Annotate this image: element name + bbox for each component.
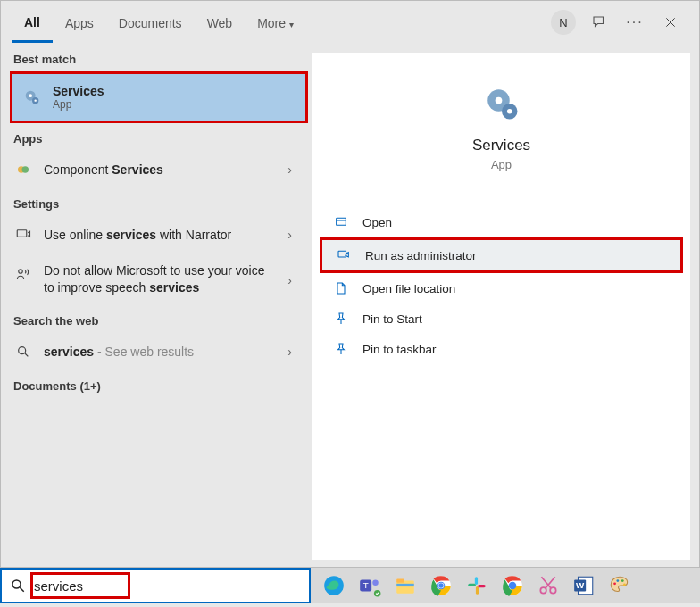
action-label: Pin to taskbar [362, 343, 437, 356]
windows-search-panel: All Apps Documents Web More▾ N ··· Best … [0, 0, 700, 568]
preview-column: Services App Open Run as administrator O… [312, 53, 690, 560]
svg-point-20 [12, 580, 21, 588]
svg-rect-34 [475, 577, 478, 585]
svg-point-45 [613, 582, 616, 585]
tab-more-label: More [257, 16, 286, 30]
taskbar-teams-icon[interactable]: T [355, 571, 384, 600]
tab-web[interactable]: Web [195, 4, 246, 41]
svg-rect-8 [17, 230, 27, 237]
close-icon[interactable] [653, 4, 688, 40]
svg-point-25 [372, 580, 379, 586]
result-component-services[interactable]: Component Services › [1, 151, 312, 188]
more-options-icon[interactable]: ··· [617, 4, 653, 40]
open-icon [332, 215, 350, 229]
svg-point-10 [19, 346, 26, 353]
svg-point-15 [506, 109, 512, 114]
tab-apps[interactable]: Apps [53, 4, 106, 41]
taskbar-slack-icon[interactable] [462, 571, 491, 600]
result-label: Do not allow Microsoft to use your voice… [44, 262, 276, 296]
taskbar: T W [311, 568, 700, 603]
search-scope-tabs: All Apps Documents Web More▾ N ··· [1, 1, 699, 44]
action-run-as-admin[interactable]: Run as administrator [322, 240, 680, 270]
svg-rect-29 [396, 584, 414, 586]
taskbar-chrome-canary-icon[interactable] [498, 571, 527, 600]
action-label: Run as administrator [365, 249, 477, 262]
section-web: Search the web [1, 305, 312, 333]
component-services-icon [13, 160, 33, 179]
pin-icon [332, 342, 350, 356]
action-label: Open [362, 216, 392, 229]
annotation-highlight-run-admin: Run as administrator [320, 237, 683, 273]
services-app-icon-large [483, 85, 521, 122]
preview-subtitle: App [312, 158, 690, 171]
action-pin-start[interactable]: Pin to Start [312, 304, 690, 334]
result-label: Component Services [44, 162, 163, 177]
feedback-icon[interactable] [581, 4, 617, 40]
taskbar-paint-icon[interactable] [605, 571, 634, 600]
svg-text:T: T [363, 580, 369, 590]
chevron-down-icon: ▾ [289, 20, 294, 29]
annotation-highlight-best [10, 71, 308, 123]
tab-all[interactable]: All [12, 3, 53, 43]
tab-more[interactable]: More▾ [245, 4, 306, 41]
section-apps: Apps [1, 123, 312, 151]
section-settings: Settings [1, 188, 312, 216]
svg-point-33 [438, 583, 443, 587]
result-label: services - See web results [44, 345, 194, 359]
taskbar-chrome-icon[interactable] [427, 571, 455, 600]
action-open-location[interactable]: Open file location [312, 273, 690, 304]
section-documents: Documents (1+) [1, 370, 312, 398]
preview-title: Services [312, 137, 690, 154]
svg-point-46 [616, 579, 619, 582]
search-icon [13, 342, 33, 362]
taskbar-search-box[interactable] [0, 568, 311, 603]
svg-rect-37 [478, 585, 486, 587]
chevron-right-icon: › [288, 228, 292, 242]
shield-admin-icon [335, 248, 353, 262]
svg-rect-35 [468, 584, 476, 586]
svg-rect-16 [337, 218, 346, 225]
search-icon [2, 578, 34, 594]
svg-rect-36 [476, 586, 479, 595]
tab-documents[interactable]: Documents [106, 4, 195, 41]
user-avatar[interactable]: N [546, 4, 581, 40]
search-input[interactable] [34, 570, 309, 602]
results-column: Best match Services App Apps [1, 44, 312, 569]
svg-point-47 [621, 579, 624, 582]
chevron-right-icon: › [288, 162, 292, 177]
action-label: Open file location [362, 282, 455, 295]
folder-icon [332, 281, 350, 295]
svg-line-11 [25, 353, 28, 356]
svg-point-13 [495, 97, 502, 104]
action-label: Pin to Start [362, 312, 422, 326]
result-web-services[interactable]: services - See web results › [1, 333, 312, 370]
action-open[interactable]: Open [312, 207, 690, 237]
avatar-initial: N [559, 16, 567, 29]
taskbar-word-icon[interactable]: W [570, 571, 598, 600]
svg-text:W: W [576, 580, 585, 590]
section-best-match: Best match [1, 44, 312, 71]
svg-point-48 [623, 584, 626, 586]
action-pin-taskbar[interactable]: Pin to taskbar [312, 334, 690, 364]
svg-point-7 [22, 166, 29, 173]
monitor-icon [13, 225, 33, 245]
svg-rect-28 [396, 578, 404, 582]
result-label: Use online services with Narrator [44, 228, 231, 242]
taskbar-snip-icon[interactable] [534, 571, 562, 600]
taskbar-explorer-icon[interactable] [391, 571, 420, 600]
svg-point-39 [509, 582, 517, 590]
pin-icon [332, 312, 350, 326]
taskbar-edge-icon[interactable] [320, 571, 348, 600]
result-narrator-services[interactable]: Use online services with Narrator › [1, 216, 312, 254]
chevron-right-icon: › [288, 345, 292, 359]
svg-line-21 [20, 587, 24, 592]
result-speech-services[interactable]: Do not allow Microsoft to use your voice… [1, 254, 312, 305]
chevron-right-icon: › [288, 273, 292, 287]
person-speech-icon [13, 264, 33, 284]
svg-point-9 [19, 270, 23, 274]
